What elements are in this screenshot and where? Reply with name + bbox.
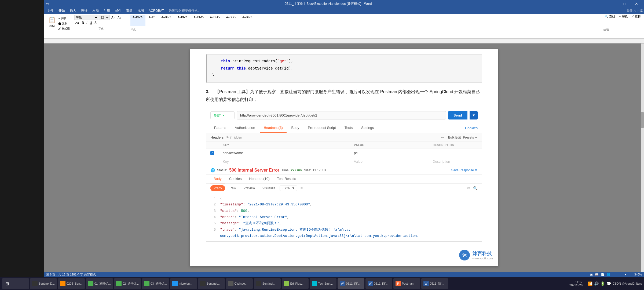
taskbar-item-0[interactable]: Sentinel D... [30, 278, 57, 289]
tab-params[interactable]: Params [210, 123, 230, 133]
method-select[interactable]: GET ▼ [210, 111, 235, 119]
taskbar-item-1[interactable]: 0205_Sen... [58, 278, 85, 289]
style-h4[interactable]: AaBbCc [192, 15, 207, 26]
replace-btn[interactable]: ↔ 替换 [617, 14, 629, 19]
notification-icon[interactable]: 💬 [606, 281, 611, 286]
underline-btn[interactable]: U [89, 20, 93, 25]
send-button[interactable]: Send [448, 111, 467, 119]
zoom-slider[interactable]: ————●—— [613, 273, 632, 276]
value-cell[interactable]: pc [350, 148, 429, 157]
bulk-edit-btn[interactable]: Bulk Edit [448, 136, 461, 139]
copy-response-icon[interactable]: ⧉ [467, 186, 470, 190]
italic-btn[interactable]: I [85, 20, 88, 25]
shrink-font-btn[interactable]: A↓ [116, 15, 122, 20]
taskbar-item-12[interactable]: W 0511_[案... [365, 278, 392, 289]
taskbar-item-4[interactable]: 03_通讯优... [142, 278, 169, 289]
style-normal[interactable]: AaBbCc [130, 15, 145, 26]
view-normal-icon[interactable]: ▣ [590, 273, 593, 276]
close-btn[interactable]: ✕ [631, 1, 642, 6]
menu-acrobat[interactable]: ACROBAT [147, 8, 166, 13]
resp-tab-headers[interactable]: Headers (10) [246, 175, 273, 183]
save-response-btn[interactable]: Save Response ▼ [451, 168, 478, 172]
dots-menu[interactable]: ··· [441, 136, 444, 139]
taskbar-item-6[interactable]: Sentinel... [198, 278, 225, 289]
menu-review[interactable]: 审阅 [124, 8, 135, 14]
paste-btn[interactable]: 📋 粘贴 [47, 16, 57, 31]
taskbar-item-10[interactable]: TechSmit... [310, 278, 336, 289]
menu-ref[interactable]: 引用 [101, 8, 112, 14]
format-painter-btn[interactable]: 🖌 格式刷 [57, 26, 71, 31]
tab-pre-request[interactable]: Pre-request Script [304, 123, 340, 133]
tab-settings[interactable]: Settings [357, 123, 378, 133]
view-web-icon[interactable]: 🌐 [607, 273, 610, 276]
strikethrough-btn[interactable]: S [93, 20, 98, 25]
tab-body[interactable]: Body [288, 123, 303, 133]
taskbar-item-5[interactable]: microlou... [170, 278, 197, 289]
fmt-raw[interactable]: Raw [226, 185, 239, 191]
search-response-icon[interactable]: 🔍 [473, 186, 478, 190]
taskbar-item-11[interactable]: W 0511_[案... [338, 278, 364, 289]
taskbar-item-postman[interactable]: P Postman [393, 278, 420, 289]
battery-icon[interactable]: 🔋 [600, 281, 605, 286]
speaker-icon[interactable]: 🔊 [594, 281, 599, 286]
style-h6[interactable]: AaBbCc [224, 15, 239, 26]
taskbar-item-2[interactable]: 01_通讯优... [86, 278, 113, 289]
row-checkbox[interactable]: ✓ [206, 148, 218, 157]
empty-checkbox[interactable] [206, 157, 218, 166]
style-h3[interactable]: AaBbCc [175, 15, 190, 26]
taskbar-item-9[interactable]: EditPlus... [282, 278, 309, 289]
scrollbar-thumb[interactable] [641, 112, 644, 128]
taskbar-start-btn[interactable]: ⊞ [2, 278, 29, 289]
presets-btn[interactable]: Presets ▼ [463, 136, 478, 139]
select-btn[interactable]: ↗ 选择 [630, 14, 642, 19]
view-read-icon[interactable]: 📖 [595, 273, 599, 276]
fmt-visualize[interactable]: Visualize [259, 185, 279, 191]
tab-authorization[interactable]: Authorization [231, 123, 259, 133]
style-more[interactable]: AaBbCc [240, 15, 255, 26]
empty-desc-cell[interactable]: Description [428, 157, 482, 166]
grow-font-btn[interactable]: A↑ [110, 15, 116, 20]
menu-view[interactable]: 视图 [135, 8, 146, 14]
taskbar-item-3[interactable]: 02_通讯优... [114, 278, 141, 289]
style-h5[interactable]: AaBbCc [208, 15, 223, 26]
empty-value-cell[interactable]: Value [350, 157, 429, 166]
menu-layout[interactable]: 布局 [90, 8, 101, 14]
menu-insert[interactable]: 插入 [68, 8, 78, 14]
clear-format-btn[interactable]: Aa [74, 21, 80, 25]
menu-design[interactable]: 设计 [79, 8, 90, 14]
font-select[interactable]: 等线 [74, 15, 98, 20]
fontsize-select[interactable]: 12 [99, 15, 110, 20]
cut-btn[interactable]: ✂ 剪切 [57, 16, 71, 21]
network-icon[interactable]: 📶 [588, 281, 592, 286]
style-h1[interactable]: AaB1 [147, 15, 158, 26]
menu-home[interactable]: 开始 [56, 8, 67, 14]
send-dropdown-btn[interactable]: ▼ [470, 111, 478, 119]
bold-btn[interactable]: B [80, 20, 85, 25]
find-btn[interactable]: 🔍 查找 [603, 14, 616, 19]
maximize-btn[interactable]: □ [619, 1, 630, 6]
tab-tests[interactable]: Tests [341, 123, 356, 133]
resp-tab-test-results[interactable]: Test Results [274, 175, 299, 183]
fmt-pretty[interactable]: Pretty [210, 185, 225, 191]
empty-key-cell[interactable]: Key [218, 157, 350, 166]
json-format-select[interactable]: JSON ▼ [280, 186, 297, 191]
wrap-lines-icon[interactable]: ≡ [301, 186, 303, 190]
copy-btn[interactable]: ⬤ 复制 [57, 21, 71, 26]
key-cell[interactable]: serviceName [218, 148, 350, 157]
resp-tab-body[interactable]: Body [210, 175, 225, 183]
resp-tab-cookies[interactable]: Cookies [226, 175, 245, 183]
style-h2[interactable]: AaBbCc [159, 15, 174, 26]
url-input[interactable]: http://provider-dept-8001:8001/provider/… [237, 111, 446, 119]
menu-search[interactable]: 告诉我您想要做什么... [167, 8, 203, 14]
menu-file[interactable]: 文件 [45, 8, 56, 14]
view-print-icon[interactable]: 📄 [601, 273, 605, 276]
fmt-preview[interactable]: Preview [240, 185, 258, 191]
vertical-scrollbar[interactable] [641, 44, 644, 272]
menu-mail[interactable]: 邮件 [113, 8, 123, 14]
taskbar-item-14[interactable]: W 0511_[案... [421, 278, 448, 289]
taskbar-item-8[interactable]: Sentinel... [254, 278, 281, 289]
tab-headers[interactable]: Headers (8) [260, 123, 287, 133]
minimize-btn[interactable]: ─ [608, 1, 618, 6]
cookies-link[interactable]: Cookies [465, 126, 478, 130]
taskbar-item-7[interactable]: CWindo... [226, 278, 253, 289]
